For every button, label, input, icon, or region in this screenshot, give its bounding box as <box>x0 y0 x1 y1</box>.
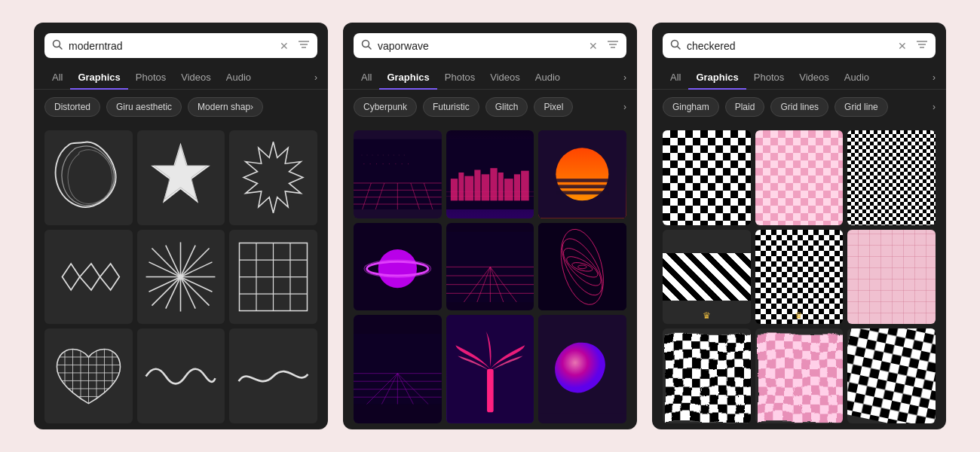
tab-all-1[interactable]: All <box>44 66 70 89</box>
check-bw-medium[interactable]: ♛ <box>755 230 844 325</box>
tag-gridline[interactable]: Grid line <box>835 97 888 117</box>
tags-chevron-2[interactable]: › <box>623 102 626 112</box>
grid-cell-blob[interactable] <box>44 130 133 225</box>
tags-moderntrad: Distorted Giru aesthetic Modern shap› <box>34 90 328 124</box>
grid-cell-squiggle[interactable] <box>229 328 317 423</box>
tabs-chevron-2[interactable]: › <box>623 72 626 83</box>
check-bw-small[interactable] <box>847 130 936 225</box>
tab-photos-3[interactable]: Photos <box>746 66 792 89</box>
svg-text:· · · · · · · ·: · · · · · · · · <box>363 161 410 167</box>
check-pink-wavy[interactable] <box>755 328 844 423</box>
svg-rect-59 <box>464 176 473 201</box>
svg-rect-65 <box>513 174 519 200</box>
check-bw-wavy[interactable] <box>663 328 751 423</box>
grid-cell-starburst[interactable] <box>137 230 225 325</box>
vapor-vortex[interactable] <box>538 223 626 311</box>
tab-videos-2[interactable]: Videos <box>482 66 528 89</box>
tab-graphics-1[interactable]: Graphics <box>70 66 127 89</box>
tag-cyberpunk[interactable]: Cyberpunk <box>354 97 417 117</box>
tab-graphics-3[interactable]: Graphics <box>688 66 746 89</box>
grid-cell-heart-grid[interactable] <box>44 328 133 423</box>
tag-giru[interactable]: Giru aesthetic <box>106 97 182 117</box>
svg-line-40 <box>369 47 372 50</box>
filter-icon-3[interactable] <box>916 39 928 52</box>
vapor-planet[interactable] <box>354 223 442 311</box>
clear-icon-3[interactable]: ✕ <box>898 40 907 52</box>
search-input-moderntrad[interactable] <box>69 40 274 52</box>
svg-text:· · · · · · · · ·: · · · · · · · · · <box>360 153 406 157</box>
tab-videos-3[interactable]: Videos <box>792 66 837 89</box>
svg-marker-5 <box>152 143 211 203</box>
vapor-city[interactable] <box>446 130 534 218</box>
tag-pixel[interactable]: Pixel <box>534 97 573 117</box>
check-stripe[interactable]: ♛ <box>663 230 751 325</box>
panels-container: ✕ All Graphics Photos Videos Audio › Dis… <box>11 0 969 452</box>
svg-rect-88 <box>538 223 626 311</box>
tab-audio-2[interactable]: Audio <box>528 66 568 89</box>
vapor-palm[interactable] <box>446 315 534 423</box>
check-pink-gingham[interactable] <box>847 230 936 325</box>
vapor-sun[interactable] <box>538 130 626 218</box>
filter-icon[interactable] <box>298 39 310 52</box>
grid-cell-star12[interactable] <box>229 130 317 225</box>
svg-marker-8 <box>62 264 79 290</box>
filter-icon-2[interactable] <box>607 39 619 52</box>
tag-gridlines[interactable]: Grid lines <box>770 97 828 117</box>
svg-rect-62 <box>490 168 497 200</box>
check-pink-classic[interactable] <box>755 130 844 225</box>
svg-rect-71 <box>556 179 609 182</box>
svg-rect-122 <box>755 332 844 420</box>
svg-line-1 <box>60 47 63 50</box>
svg-rect-73 <box>556 191 609 194</box>
tabs-chevron-3[interactable]: › <box>933 72 936 83</box>
vapor-grid-floor[interactable]: · · · · · · · · · · · · · · · · · <box>354 130 442 218</box>
grid-p3: ♛ ♛ <box>663 130 936 423</box>
crown-badge-1: ♛ <box>703 310 711 321</box>
vapor-floor3[interactable] <box>354 315 442 423</box>
tab-audio-1[interactable]: Audio <box>219 66 259 89</box>
search-input-vaporwave[interactable] <box>378 40 583 52</box>
grid-cell-grid-square[interactable] <box>229 230 317 325</box>
tab-photos-2[interactable]: Photos <box>437 66 482 89</box>
grid-vaporwave: · · · · · · · · · · · · · · · · · <box>343 124 637 429</box>
tab-photos-1[interactable]: Photos <box>128 66 173 89</box>
tab-all-2[interactable]: All <box>354 66 379 89</box>
tag-gingham[interactable]: Gingham <box>663 97 719 117</box>
tag-distorted[interactable]: Distorted <box>44 97 100 117</box>
panel-vaporwave: ✕ All Graphics Photos Videos Audio › Cyb… <box>343 23 637 429</box>
svg-rect-106 <box>487 369 494 412</box>
grid-p2: · · · · · · · · · · · · · · · · · <box>354 130 626 423</box>
tab-graphics-2[interactable]: Graphics <box>379 66 436 89</box>
vapor-blob[interactable] <box>538 315 626 423</box>
tabs-moderntrad: All Graphics Photos Videos Audio › <box>34 66 328 90</box>
search-input-checkered[interactable] <box>687 40 892 52</box>
tag-modernshape[interactable]: Modern shap› <box>188 97 263 117</box>
tab-videos-1[interactable]: Videos <box>173 66 219 89</box>
svg-line-109 <box>678 47 681 50</box>
tabs-chevron-1[interactable]: › <box>314 72 317 83</box>
grid-cell-star8[interactable] <box>137 130 225 225</box>
grid-cell-wave[interactable] <box>137 328 225 423</box>
tag-futuristic[interactable]: Futuristic <box>423 97 479 117</box>
grid-checkered: ♛ ♛ <box>652 124 946 429</box>
tab-all-3[interactable]: All <box>663 66 688 89</box>
grid-moderntrad <box>34 124 328 429</box>
check-bw-diagonal[interactable] <box>847 328 936 423</box>
tag-glitch[interactable]: Glitch <box>485 97 528 117</box>
tags-chevron-3[interactable]: › <box>933 102 936 112</box>
clear-icon[interactable]: ✕ <box>280 40 289 52</box>
grid-cell-diamonds[interactable] <box>44 230 133 325</box>
grid-p1 <box>44 130 317 423</box>
vapor-floor2[interactable] <box>446 223 534 311</box>
tab-audio-3[interactable]: Audio <box>837 66 877 89</box>
svg-rect-127 <box>847 328 936 423</box>
check-bw-classic[interactable] <box>663 130 751 225</box>
search-icon-3 <box>670 39 681 52</box>
tag-plaid[interactable]: Plaid <box>725 97 765 117</box>
clear-icon-2[interactable]: ✕ <box>589 40 598 52</box>
search-bar-checkered: ✕ <box>663 33 936 58</box>
search-icon <box>52 39 63 52</box>
search-icon-2 <box>361 39 372 52</box>
svg-rect-64 <box>504 179 513 200</box>
svg-rect-60 <box>474 170 480 200</box>
